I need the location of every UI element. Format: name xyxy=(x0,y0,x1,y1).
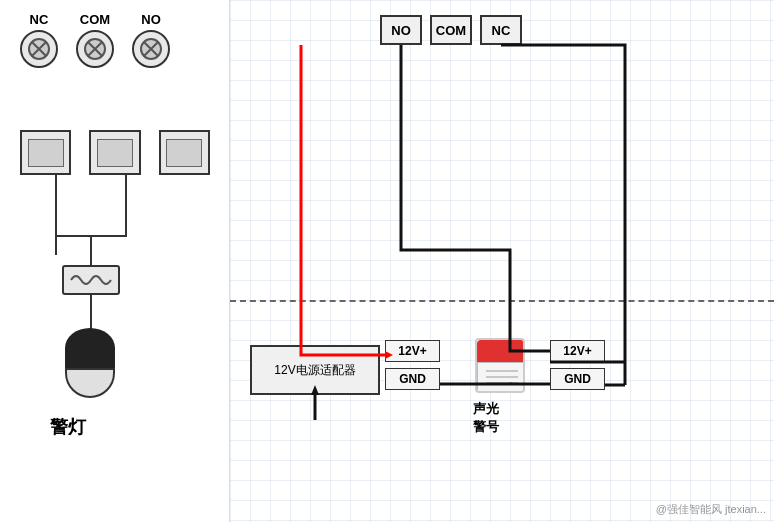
terminal-com xyxy=(76,30,114,68)
contact-com xyxy=(89,130,140,175)
wire-left xyxy=(55,175,57,255)
relay-body xyxy=(10,130,210,175)
alarm-label: 声光 警号 xyxy=(473,400,499,436)
relay-label-no: NO xyxy=(132,12,170,27)
alarm-pterm-12v: 12V+ xyxy=(550,340,605,362)
contact-no xyxy=(159,130,210,175)
wire-coil-light xyxy=(90,295,92,330)
pterm-gnd: GND xyxy=(385,368,440,390)
dashed-divider xyxy=(230,300,774,302)
left-panel: NC COM NO xyxy=(0,0,230,522)
light-body xyxy=(65,328,115,368)
relay-coil xyxy=(62,265,120,295)
contact-nc xyxy=(20,130,71,175)
watermark: @强佳智能风 jtexian... xyxy=(656,502,766,517)
warning-light xyxy=(65,328,115,398)
top-term-com: COM xyxy=(430,15,472,45)
top-relay-terminals: NO COM NC xyxy=(380,15,522,45)
terminal-no xyxy=(132,30,170,68)
pterm-12v: 12V+ xyxy=(385,340,440,362)
power-supply-box: 12V电源适配器 xyxy=(250,345,380,395)
alarm-terminals: 12V+ GND xyxy=(550,340,605,390)
wire-right xyxy=(125,175,127,235)
wiring-diagram xyxy=(230,0,774,522)
relay-label-nc: NC xyxy=(20,12,58,27)
alarm-white-part xyxy=(477,362,525,393)
alarm-pterm-gnd: GND xyxy=(550,368,605,390)
coil-symbol-icon xyxy=(66,270,116,290)
light-base xyxy=(65,368,115,398)
alarm-body xyxy=(475,338,525,393)
alarm-red-part xyxy=(477,340,525,362)
power-terminals: 12V+ GND xyxy=(385,340,440,390)
wire-down xyxy=(90,237,92,267)
warning-light-label: 警灯 xyxy=(50,415,86,439)
alarm-grill-icon xyxy=(478,363,525,393)
relay-label-com: COM xyxy=(76,12,114,27)
power-supply-label: 12V电源适配器 xyxy=(274,362,355,379)
right-panel: NO COM NC 12V电源适配器 12V+ GND 声光 警号 xyxy=(230,0,774,522)
alarm-device xyxy=(475,338,545,398)
top-term-no: NO xyxy=(380,15,422,45)
top-term-nc: NC xyxy=(480,15,522,45)
terminal-nc xyxy=(20,30,58,68)
